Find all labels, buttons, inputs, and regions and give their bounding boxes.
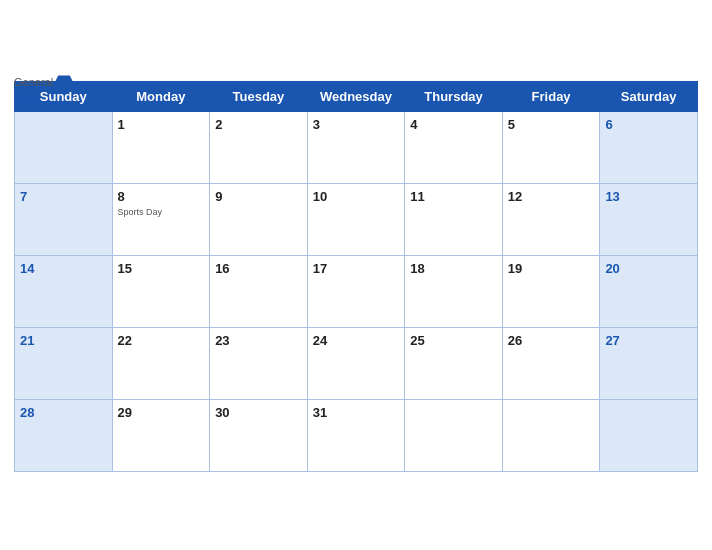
header-tuesday: Tuesday [210, 81, 308, 111]
calendar-day-cell: 31 [307, 399, 405, 471]
day-number: 18 [410, 261, 424, 276]
day-number: 28 [20, 405, 34, 420]
day-number: 16 [215, 261, 229, 276]
day-number: 27 [605, 333, 619, 348]
calendar-day-cell: 27 [600, 327, 698, 399]
calendar-day-cell: 11 [405, 183, 503, 255]
calendar-day-cell: 15 [112, 255, 210, 327]
logo-area: General Blue [14, 75, 73, 107]
calendar-day-cell: 28 [15, 399, 113, 471]
calendar-table: Sunday Monday Tuesday Wednesday Thursday… [14, 81, 698, 472]
day-number: 9 [215, 189, 222, 204]
calendar-day-cell: 20 [600, 255, 698, 327]
day-number: 17 [313, 261, 327, 276]
calendar-day-cell: 4 [405, 111, 503, 183]
calendar-day-cell: 10 [307, 183, 405, 255]
day-number: 29 [118, 405, 132, 420]
calendar-day-cell: 16 [210, 255, 308, 327]
calendar-day-cell: 25 [405, 327, 503, 399]
day-number: 8 [118, 189, 125, 204]
header-monday: Monday [112, 81, 210, 111]
day-number: 1 [118, 117, 125, 132]
calendar-day-cell: 30 [210, 399, 308, 471]
day-number: 3 [313, 117, 320, 132]
day-number: 12 [508, 189, 522, 204]
calendar-day-cell: 7 [15, 183, 113, 255]
svg-marker-0 [55, 75, 73, 88]
calendar-day-cell: 21 [15, 327, 113, 399]
day-number: 26 [508, 333, 522, 348]
calendar-day-cell: 13 [600, 183, 698, 255]
day-number: 31 [313, 405, 327, 420]
calendar-day-cell: 6 [600, 111, 698, 183]
weekday-header-row: Sunday Monday Tuesday Wednesday Thursday… [15, 81, 698, 111]
day-number: 11 [410, 189, 424, 204]
calendar-day-cell: 22 [112, 327, 210, 399]
calendar-week-row: 78Sports Day910111213 [15, 183, 698, 255]
calendar-day-cell [502, 399, 600, 471]
calendar-day-cell: 26 [502, 327, 600, 399]
calendar-day-cell: 2 [210, 111, 308, 183]
day-number: 25 [410, 333, 424, 348]
calendar-day-cell: 14 [15, 255, 113, 327]
event-label: Sports Day [118, 207, 205, 217]
day-number: 6 [605, 117, 612, 132]
calendar-day-cell: 19 [502, 255, 600, 327]
calendar-wrapper: General Blue Sunday Monday Tuesday Wedne… [0, 65, 712, 486]
day-number: 2 [215, 117, 222, 132]
day-number: 22 [118, 333, 132, 348]
calendar-day-cell: 5 [502, 111, 600, 183]
day-number: 23 [215, 333, 229, 348]
calendar-day-cell: 12 [502, 183, 600, 255]
calendar-week-row: 123456 [15, 111, 698, 183]
day-number: 15 [118, 261, 132, 276]
calendar-week-row: 14151617181920 [15, 255, 698, 327]
calendar-day-cell: 24 [307, 327, 405, 399]
calendar-day-cell: 29 [112, 399, 210, 471]
day-number: 21 [20, 333, 34, 348]
calendar-day-cell: 1 [112, 111, 210, 183]
calendar-day-cell: 3 [307, 111, 405, 183]
calendar-day-cell: 18 [405, 255, 503, 327]
logo-bird-icon [55, 75, 73, 89]
day-number: 30 [215, 405, 229, 420]
header-thursday: Thursday [405, 81, 503, 111]
header-friday: Friday [502, 81, 600, 111]
calendar-day-cell [600, 399, 698, 471]
calendar-week-row: 21222324252627 [15, 327, 698, 399]
day-number: 14 [20, 261, 34, 276]
day-number: 4 [410, 117, 417, 132]
day-number: 20 [605, 261, 619, 276]
header-wednesday: Wednesday [307, 81, 405, 111]
day-number: 19 [508, 261, 522, 276]
day-number: 5 [508, 117, 515, 132]
header-saturday: Saturday [600, 81, 698, 111]
day-number: 13 [605, 189, 619, 204]
calendar-day-cell: 17 [307, 255, 405, 327]
day-number: 7 [20, 189, 27, 204]
day-number: 24 [313, 333, 327, 348]
calendar-day-cell: 8Sports Day [112, 183, 210, 255]
calendar-day-cell [15, 111, 113, 183]
calendar-day-cell: 23 [210, 327, 308, 399]
day-number: 10 [313, 189, 327, 204]
calendar-day-cell [405, 399, 503, 471]
calendar-week-row: 28293031 [15, 399, 698, 471]
calendar-day-cell: 9 [210, 183, 308, 255]
